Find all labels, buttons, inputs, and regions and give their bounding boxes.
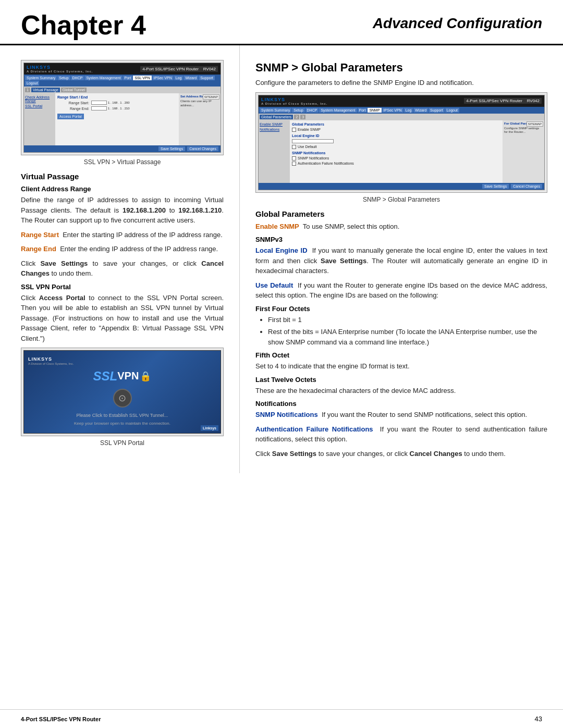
snmp-subtabs: Global Parameters 2 3 [259,114,544,120]
tab-ssl-vpn[interactable]: SSL VPN [133,76,151,80]
save-cancel-text-1: Click Save Settings to save your changes… [21,258,224,279]
tab-setup[interactable]: Setup [57,76,70,80]
fifth-octet-heading: Fifth Octet [255,351,547,359]
portal-linksys-badge: Linksys [201,425,218,431]
linksys-subtabs: 1 Virtual Passage Global Tunnel [24,87,221,93]
enable-snmp-body: Enable SNMP To use SNMP, select this opt… [255,221,547,232]
sidebar-check-address[interactable]: Check Address Range [25,95,54,103]
snmp-tab-port[interactable]: Port [358,108,368,113]
section-title-header: Advanced Configuration [373,11,542,32]
auth-failure-label: Authentication Failure Notifications [298,162,354,165]
sidebar-ssl-portal[interactable]: SSL Portal [25,104,54,108]
input-range-start[interactable] [91,101,107,105]
tab-log[interactable]: Log [174,76,183,80]
label-range-start: Range Start: [57,101,91,105]
content-area: LINKSYSA Division of Cisco Systems, Inc.… [0,45,563,473]
snmp-tab-setup[interactable]: Setup [292,108,304,113]
first-four-octets-list: First bit = 1 Rest of the bits = IANA En… [268,315,547,348]
use-default-checkbox[interactable] [292,145,296,149]
snmp-subtab-global[interactable]: Global Parameters [260,115,293,119]
snmp-tab-mgmt[interactable]: System Management [319,108,357,113]
portal-icon: 🔒 [140,371,151,382]
snmpv3-heading: SNMPv3 [255,236,547,243]
access-portal-button[interactable]: Access Portal [57,114,84,119]
snmp-footer: Save Settings Cancel Changes [259,183,544,190]
snmp-tab-ipsec[interactable]: IPSec VPN [382,108,403,113]
snmp-local-engine-label: Local Engine ID [292,134,500,138]
subtab-1[interactable]: 1 [25,88,30,92]
client-address-range-heading: Client Address Range [21,185,224,193]
virtual-passage-heading: Virtual Passage [21,172,224,181]
auth-failure-checkbox[interactable] [292,162,296,166]
snmp-tab-wizard[interactable]: Wizard [413,108,428,113]
portal-logo-text: LINKSYS [28,356,52,362]
snmp-global-params-title: Global Parameters [292,122,500,126]
portal-keep-open-text: Keep your browser open to maintain the c… [74,421,170,426]
portal-connect-symbol: ⊙ [118,392,126,404]
linksys-ui-vpn: LINKSYSA Division of Cisco Systems, Inc.… [23,63,221,153]
portal-click-text: Please Click to Establish SSL VPN Tunnel… [77,413,168,418]
snmp-tab-support[interactable]: Support [429,108,445,113]
tab-dhcp[interactable]: DHCP [71,76,84,80]
global-params-heading: Global Parameters [255,209,547,218]
linksys-logo: LINKSYSA Division of Cisco Systems, Inc. [27,65,93,73]
linksys-body: Check Address Range SSL Portal Range Sta… [24,93,221,145]
range-end-text: Range End Enter the ending IP address of… [21,244,224,254]
snmp-help-content: Configure SNMP settings for the Router..… [504,127,543,135]
tab-wizard[interactable]: Wizard [183,76,198,80]
first-four-octets-item-2: Rest of the bits = IANA Enterprise numbe… [268,327,547,347]
left-column: LINKSYSA Division of Cisco Systems, Inc.… [0,45,240,473]
cancel-changes-btn-1[interactable]: Cancel Changes [187,146,218,151]
snmp-tab-logout[interactable]: Logout [445,108,459,113]
snmp-intro: Configure the parameters to define the S… [255,78,547,88]
snmp-subtab-3[interactable]: 3 [300,115,305,119]
use-default-label: Use Default [298,145,317,149]
ssl-portal-box: LINKSYS A Division of Cisco Systems, Inc… [23,350,221,434]
snmp-engine-input[interactable] [292,139,334,143]
tab-system2[interactable]: System Management [84,76,122,80]
first-four-octets-item-1: First bit = 1 [268,315,547,325]
linksys-right-panel: Set Address Range Clients can use any IP… [179,93,221,145]
sidebar-snmp-enable[interactable]: Enable SNMP [260,122,289,126]
save-settings-btn-1[interactable]: Save Settings [158,146,185,151]
snmp-main: Global Parameters Enable SNMP Local Engi… [290,120,503,183]
tab-system[interactable]: System Summary [25,76,57,80]
snmp-tab-dhcp[interactable]: DHCP [305,108,319,113]
sitemap-badge: SITEMAP [203,94,219,100]
sidebar-snmp-notif[interactable]: Notifications [260,128,289,131]
snmp-tab-system[interactable]: System Summary [260,108,291,113]
subtab-virtual-passage[interactable]: Virtual Passage [31,88,60,92]
use-default-label-text: Use Default [255,281,293,289]
snmp-notifications-section: SNMP Notifications SNMP Notifications Au… [292,151,500,166]
tab-logout[interactable]: Logout [25,81,39,85]
save-settings-btn-2[interactable]: Save Settings [482,184,509,189]
snmp-subtab-2[interactable]: 2 [294,115,299,119]
local-engine-id-body: Local Engine ID If you want to manually … [255,245,547,276]
tab-support[interactable]: Support [199,76,215,80]
tab-port[interactable]: Port [123,76,133,80]
snmp-notif-checkbox[interactable] [292,156,296,161]
snmp-notifications-body: SNMP Notifications If you want the Route… [255,410,547,420]
enable-snmp-highlight: Enable SNMP [255,223,299,230]
enable-snmp-checkbox[interactable] [292,128,296,132]
enable-snmp-row: Enable SNMP [292,128,500,132]
cancel-changes-btn-2[interactable]: Cancel Changes [511,184,542,189]
fifth-octet-body: Set to 4 to indicate that the engine ID … [255,361,547,372]
subtab-global-tunnel[interactable]: Global Tunnel [61,88,87,92]
snmp-header: LINKSYSA Division of Cisco Systems, Inc.… [259,95,544,107]
snmp-logo: LINKSYSA Division of Cisco Systems, Inc. [261,97,327,105]
snmp-notifications-label: SNMP Notifications [255,411,318,418]
final-save-cancel-text: Click Save Settings to save your changes… [255,449,547,459]
snmp-tab-log[interactable]: Log [404,108,413,113]
input-range-end[interactable] [91,106,107,110]
snmp-right-panel: For Global Parameters Configure SNMP set… [503,120,544,183]
snmp-tab-snmp[interactable]: SNMP [368,108,381,113]
local-engine-id-label: Local Engine ID [255,246,308,254]
tab-ipsec[interactable]: IPSec VPN [152,76,174,80]
auth-failure-row: Authentication Failure Notifications [292,162,500,166]
range-end-label: Range End [21,245,56,253]
portal-connect-icon[interactable]: ⊙ [113,389,132,408]
page-header: Chapter 4 Advanced Configuration [0,0,563,45]
ssl-text: SSL [93,369,118,384]
enable-snmp-label: Enable SNMP [298,128,321,131]
